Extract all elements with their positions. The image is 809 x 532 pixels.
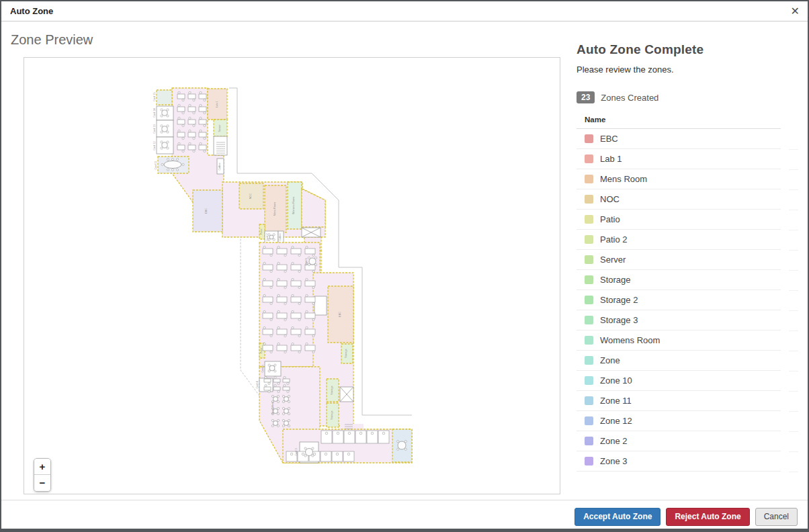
panel-subtitle: Please review the zones. <box>577 64 800 75</box>
modal-title: Auto Zone <box>10 1 53 21</box>
zone-name: Storage 2 <box>600 295 638 305</box>
zone-name: Zone 11 <box>600 396 632 406</box>
svg-text:Storage: Storage <box>331 410 333 419</box>
auto-zone-result-panel: Auto Zone Complete Please review the zon… <box>577 24 800 472</box>
panel-title: Auto Zone Complete <box>577 42 800 57</box>
svg-text:Conf 6: Conf 6 <box>305 258 308 265</box>
map-zoom-control: + − <box>34 458 51 492</box>
zone-row[interactable]: Zone 12 <box>577 411 781 431</box>
zones-table-end-column <box>789 130 798 472</box>
zone-row[interactable]: Zone 3 <box>577 451 781 472</box>
zone-name: Womens Room <box>600 335 660 345</box>
close-icon[interactable]: ✕ <box>791 5 800 17</box>
svg-text:Conf 3: Conf 3 <box>295 448 298 455</box>
zone-name: Zone 10 <box>600 375 632 386</box>
zone-row[interactable]: EBC <box>577 129 781 149</box>
svg-text:Conf 11: Conf 11 <box>155 161 157 169</box>
svg-text:Coffee: Coffee <box>279 233 282 240</box>
zone-color-swatch <box>585 195 593 204</box>
svg-text:Patio: Patio <box>260 348 263 354</box>
floorplan-preview-canvas[interactable]: Conf 15Conf 14Conf 13Conf 12Conf 11Lab 1… <box>24 57 560 494</box>
zone-row[interactable]: NOC <box>577 189 781 210</box>
zone-name: Patio <box>600 214 620 224</box>
svg-text:Conf 15: Conf 15 <box>153 92 156 101</box>
zone-name: Storage 3 <box>600 315 638 325</box>
zones-created-label: Zones Created <box>601 93 658 103</box>
zones-table-header: Name <box>577 114 781 129</box>
zone-row[interactable]: Mens Room <box>577 169 781 189</box>
zone-color-swatch <box>585 336 593 345</box>
zone-row[interactable]: Zone 10 <box>577 371 781 391</box>
zones-count-badge: 23 <box>577 91 595 103</box>
svg-text:Conf 7: Conf 7 <box>266 233 269 240</box>
svg-text:Lab 1: Lab 1 <box>216 101 218 107</box>
svg-text:Conf 12: Conf 12 <box>153 141 156 150</box>
zone-name: Zone 3 <box>600 456 627 466</box>
svg-text:Conf 4: Conf 4 <box>256 381 259 388</box>
zone-color-swatch <box>585 356 593 365</box>
zone-list: EBCLab 1Mens RoomNOCPatioPatio 2ServerSt… <box>577 129 800 472</box>
zone-color-swatch <box>585 437 593 445</box>
zone-color-swatch <box>585 215 593 224</box>
modal-footer: Accept Auto Zone Reject Auto Zone Cancel <box>1 500 808 529</box>
zone-row[interactable]: Patio 2 <box>577 230 781 250</box>
zone-row[interactable]: Storage 3 <box>577 310 781 330</box>
zone-color-swatch <box>585 416 593 425</box>
zone-row[interactable]: Storage 2 <box>577 290 781 310</box>
zone-name: Patio 2 <box>600 234 627 245</box>
zone-row[interactable]: Lab 1 <box>577 149 781 169</box>
zone-name: Zone <box>600 355 620 365</box>
svg-text:Storage: Storage <box>331 386 333 394</box>
auto-zone-modal: Auto Zone ✕ Zone Preview Conf 15Conf 14C… <box>0 0 809 532</box>
zone-color-swatch <box>585 316 593 324</box>
zone-row[interactable]: Server <box>577 250 781 270</box>
modal-header: Auto Zone ✕ <box>1 1 808 21</box>
zone-color-swatch <box>585 255 593 264</box>
zones-created-row: 23 Zones Created <box>577 91 800 103</box>
zone-row[interactable]: Storage <box>577 270 781 290</box>
zoom-in-button[interactable]: + <box>34 459 50 475</box>
svg-text:Womens Room: Womens Room <box>292 197 295 214</box>
svg-text:Storage: Storage <box>345 349 347 357</box>
svg-text:Patio: Patio <box>260 229 263 235</box>
zone-color-swatch <box>585 376 593 385</box>
zone-color-swatch <box>585 275 593 284</box>
zoom-out-button[interactable]: − <box>34 475 50 491</box>
svg-text:Conf 13: Conf 13 <box>153 124 156 133</box>
cancel-button[interactable]: Cancel <box>755 508 798 526</box>
svg-text:Server: Server <box>218 124 221 132</box>
zone-color-swatch <box>585 296 593 304</box>
zone-row[interactable]: Zone 2 <box>577 431 781 451</box>
svg-text:Break Area: Break Area <box>271 401 274 414</box>
zone-name: Storage <box>600 275 631 285</box>
zone-color-swatch <box>585 154 593 163</box>
zone-row[interactable]: Zone 11 <box>577 391 781 411</box>
zone-preview-heading: Zone Preview <box>11 32 93 48</box>
zone-name: NOC <box>600 194 620 204</box>
zone-color-swatch <box>585 457 593 466</box>
zone-name: EBC <box>600 134 618 144</box>
zone-color-swatch <box>585 134 593 143</box>
zone-color-swatch <box>585 396 593 405</box>
zone-row[interactable]: Zone <box>577 351 781 371</box>
zone-row[interactable]: Womens Room <box>577 330 781 351</box>
svg-text:Mens Room: Mens Room <box>273 202 276 216</box>
floorplan-svg: Conf 15Conf 14Conf 13Conf 12Conf 11Lab 1… <box>24 58 560 494</box>
svg-text:Conf 5: Conf 5 <box>261 365 264 372</box>
zone-name: Lab 1 <box>600 154 622 164</box>
zone-name: Server <box>600 255 626 265</box>
svg-text:Conf 14: Conf 14 <box>153 108 156 117</box>
reject-auto-zone-button[interactable]: Reject Auto Zone <box>666 508 749 526</box>
svg-text:Coffee: Coffee <box>218 163 221 170</box>
accept-auto-zone-button[interactable]: Accept Auto Zone <box>574 508 661 526</box>
svg-text:EBC: EBC <box>205 208 208 214</box>
zone-name: Mens Room <box>600 174 647 184</box>
zones-table: Name EBCLab 1Mens RoomNOCPatioPatio 2Ser… <box>577 114 800 472</box>
footer-buttons: Accept Auto Zone Reject Auto Zone Cancel <box>574 508 798 526</box>
zone-color-swatch <box>585 175 593 183</box>
svg-text:EBC: EBC <box>339 312 341 317</box>
zone-row[interactable]: Patio <box>577 210 781 230</box>
zone-color-swatch <box>585 235 593 244</box>
svg-text:NOC: NOC <box>249 193 252 200</box>
zone-name: Zone 12 <box>600 416 632 426</box>
